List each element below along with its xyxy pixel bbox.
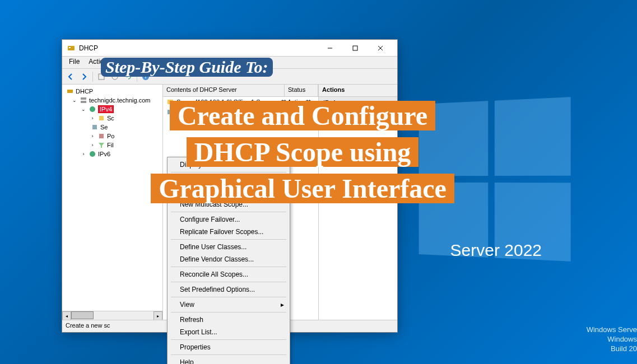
forward-button[interactable] xyxy=(78,71,90,83)
menu-file[interactable]: File xyxy=(64,57,84,68)
maximize-button[interactable] xyxy=(342,40,368,56)
ctx-properties[interactable]: Properties xyxy=(169,341,289,353)
ctx-export-list[interactable]: Export List... xyxy=(169,326,289,338)
col-status[interactable]: Status xyxy=(285,85,318,96)
svg-rect-1 xyxy=(69,47,71,48)
desktop-watermark: Windows Serve Windows Build 20 xyxy=(587,325,637,354)
expander-icon[interactable]: ⌄ xyxy=(71,97,78,104)
ctx-user-classes[interactable]: Define User Classes... xyxy=(169,241,289,253)
ctx-configure-failover[interactable]: Configure Failover... xyxy=(169,213,289,226)
svg-rect-0 xyxy=(68,46,75,50)
scroll-left-icon[interactable]: ◂ xyxy=(62,311,71,320)
overlay-main-title: Create and Configure DHCP Scope using Gr… xyxy=(81,98,524,207)
separator xyxy=(171,312,286,312)
tree-root-dhcp[interactable]: DHCP xyxy=(64,87,160,96)
close-button[interactable] xyxy=(368,40,393,56)
ctx-predefined-options[interactable]: Set Predefined Options... xyxy=(169,283,289,296)
ctx-view[interactable]: View xyxy=(169,298,289,311)
ctx-vendor-classes[interactable]: Define Vendor Classes... xyxy=(169,253,289,265)
tree-scrollbar[interactable]: ◂ ▸ xyxy=(62,311,162,320)
separator xyxy=(171,282,286,282)
actions-header: Actions xyxy=(319,85,397,97)
dhcp-root-icon xyxy=(66,87,74,95)
separator xyxy=(171,239,286,240)
ctx-refresh[interactable]: Refresh xyxy=(169,314,289,326)
separator xyxy=(171,267,286,267)
minimize-button[interactable] xyxy=(317,40,342,56)
separator xyxy=(171,297,286,297)
separator xyxy=(171,339,286,340)
window-title: DHCP xyxy=(79,44,317,52)
separator xyxy=(171,212,286,212)
ctx-replicate-failover[interactable]: Replicate Failover Scopes... xyxy=(169,226,289,238)
col-contents[interactable]: Contents of DHCP Server xyxy=(163,85,285,96)
overlay-server-text: Server 2022 xyxy=(450,241,542,260)
svg-rect-3 xyxy=(353,46,357,50)
ctx-help[interactable]: Help xyxy=(169,356,289,364)
ctx-reconcile[interactable]: Reconcile All Scopes... xyxy=(169,268,289,281)
back-button[interactable] xyxy=(64,71,77,83)
titlebar[interactable]: DHCP xyxy=(62,40,397,57)
overlay-guide-text: Step-By-Step Guide To: xyxy=(101,58,273,77)
dhcp-app-icon xyxy=(67,44,76,53)
separator xyxy=(171,354,286,355)
scroll-right-icon[interactable]: ▸ xyxy=(154,311,162,320)
list-header: Contents of DHCP Server Status xyxy=(163,85,318,97)
svg-rect-10 xyxy=(67,90,73,93)
tree-root-label: DHCP xyxy=(76,88,93,95)
scroll-thumb[interactable] xyxy=(71,311,94,319)
